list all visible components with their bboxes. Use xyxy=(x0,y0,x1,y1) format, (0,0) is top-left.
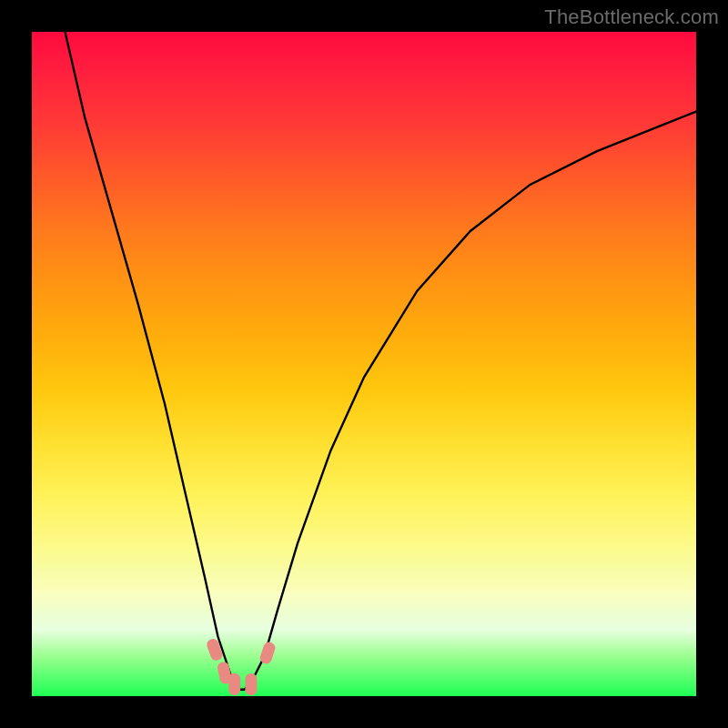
curve-markers xyxy=(206,637,277,694)
plot-area xyxy=(32,32,696,696)
bottleneck-curve-svg xyxy=(32,32,696,696)
watermark-text: TheBottleneck.com xyxy=(544,5,719,29)
curve-marker-2 xyxy=(228,673,240,695)
bottleneck-curve xyxy=(66,32,697,690)
curve-marker-3 xyxy=(245,673,257,695)
chart-frame: TheBottleneck.com xyxy=(0,0,728,728)
curve-marker-4 xyxy=(258,641,277,665)
curve-marker-0 xyxy=(206,637,224,662)
